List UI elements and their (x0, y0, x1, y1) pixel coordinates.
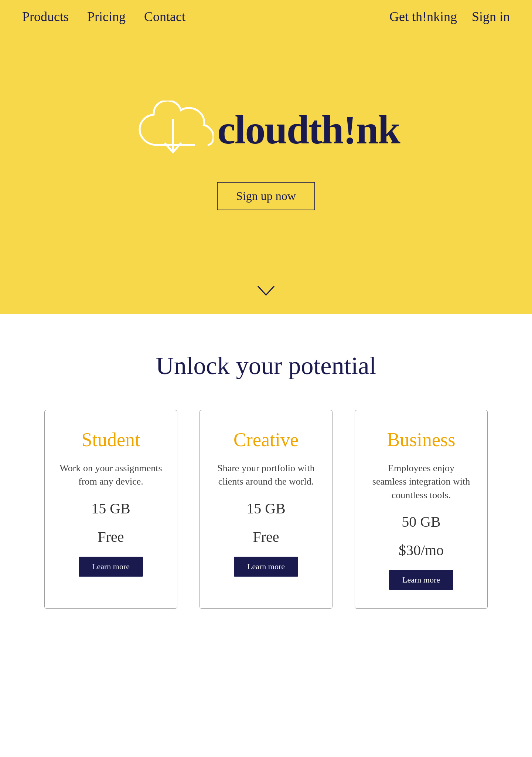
nav-get-thinking[interactable]: Get th!nking (389, 9, 457, 24)
business-card-title: Business (387, 429, 456, 451)
pricing-section: Unlock your potential Student Work on yo… (0, 314, 532, 653)
pricing-title: Unlock your potential (156, 351, 376, 380)
pricing-cards: Student Work on your assignments from an… (26, 410, 506, 609)
signup-button[interactable]: Sign up now (217, 182, 315, 210)
nav-right: Get th!nking Sign in (389, 9, 510, 24)
creative-card-description: Share your portfolio with clients around… (215, 462, 317, 489)
navbar: Products Pricing Contact Get th!nking Si… (0, 0, 532, 33)
nav-contact[interactable]: Contact (144, 9, 185, 24)
student-card: Student Work on your assignments from an… (44, 410, 177, 609)
nav-products[interactable]: Products (22, 9, 69, 24)
student-card-title: Student (82, 429, 140, 451)
cloud-icon (132, 101, 214, 160)
scroll-down-icon (255, 283, 277, 299)
business-learn-more-button[interactable]: Learn more (389, 570, 453, 590)
hero-logo: cloudth!nk (132, 101, 400, 160)
creative-card-title: Creative (233, 429, 299, 451)
business-card-description: Employees enjoy seamless integration wit… (370, 462, 473, 502)
student-card-price: Free (98, 528, 124, 546)
creative-card-price: Free (253, 528, 279, 546)
nav-sign-in[interactable]: Sign in (472, 9, 510, 24)
student-learn-more-button[interactable]: Learn more (79, 557, 143, 577)
nav-pricing[interactable]: Pricing (87, 9, 126, 24)
creative-learn-more-button[interactable]: Learn more (234, 557, 298, 577)
hero-section: cloudth!nk Sign up now (0, 33, 532, 314)
student-card-storage: 15 GB (91, 500, 130, 517)
student-card-description: Work on your assignments from any device… (59, 462, 162, 489)
business-card-storage: 50 GB (402, 513, 441, 530)
creative-card-storage: 15 GB (246, 500, 286, 517)
nav-left: Products Pricing Contact (22, 9, 389, 24)
business-card: Business Employees enjoy seamless integr… (355, 410, 488, 609)
creative-card: Creative Share your portfolio with clien… (200, 410, 332, 609)
hero-brand-text: cloudth!nk (217, 106, 400, 153)
business-card-price: $30/mo (399, 542, 444, 559)
